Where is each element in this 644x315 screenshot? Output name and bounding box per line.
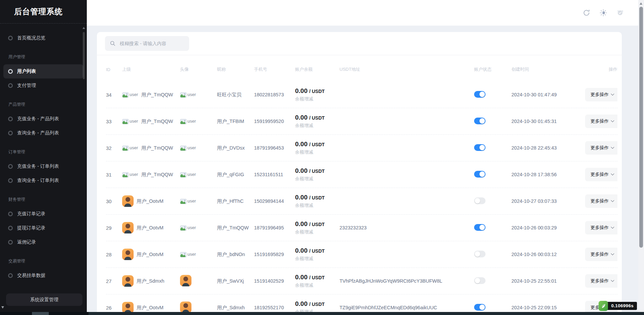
table-row: 30 user 用户_OotvM user 用户_HfThC 150298941… [106, 188, 617, 215]
broken-image-icon: user [180, 172, 196, 178]
cell-actions: 更多操作 [585, 88, 617, 101]
status-toggle[interactable] [474, 277, 486, 284]
status-toggle[interactable] [474, 91, 486, 98]
more-actions-button[interactable]: 更多操作 [585, 274, 617, 288]
scroll-up-arrow[interactable] [640, 2, 642, 5]
cell-avatar: user [180, 118, 217, 124]
balance-adjust-link[interactable]: 余额增减 [295, 256, 313, 262]
cell-status [474, 251, 511, 258]
parent-avatar [122, 195, 134, 207]
cell-nickname: 用户_HfThC [217, 198, 254, 204]
app-title: 后台管理系统 [0, 0, 87, 24]
cell-actions: 更多操作 [585, 221, 617, 234]
cell-parent: user 用户_TmQQW [122, 171, 180, 178]
status-toggle[interactable] [474, 304, 486, 311]
cell-nickname: 旺旺小宝贝 [217, 92, 254, 98]
sidebar-item-trade-orders[interactable]: 交易挂单数据 [3, 269, 83, 283]
cell-status [474, 171, 511, 179]
cell-id: 31 [106, 172, 122, 178]
circle-icon [8, 178, 13, 183]
section-label: 产品管理 [8, 101, 87, 107]
scroll-down-arrow[interactable] [1, 306, 4, 309]
sidebar-item-payment[interactable]: 支付管理 [3, 78, 83, 93]
status-toggle[interactable] [474, 224, 486, 231]
chevron-down-icon [611, 145, 614, 149]
cell-balance: 0.00/ USDT 余额增减 [295, 274, 339, 288]
more-actions-button[interactable]: 更多操作 [585, 115, 617, 128]
cell-id: 34 [106, 92, 122, 98]
sidebar-scrollbar-thumb[interactable] [83, 32, 85, 79]
broken-image-icon: user [122, 92, 138, 98]
cell-nickname: 用户_qFGIG [217, 171, 254, 178]
cell-avatar: user [180, 275, 217, 287]
broken-image-icon: user [180, 145, 196, 151]
cell-nickname: 用户_bdNOn [217, 251, 254, 258]
more-actions-button[interactable]: 更多操作 [585, 88, 617, 101]
cell-status [474, 304, 511, 312]
more-actions-button[interactable]: 更多操作 [585, 168, 617, 181]
balance-adjust-link[interactable]: 余额增减 [295, 282, 313, 288]
cell-avatar: user [180, 251, 217, 257]
sidebar-scroll-up-arrow[interactable] [82, 27, 85, 29]
more-actions-button[interactable]: 更多操作 [585, 141, 617, 155]
cell-nickname: 用户_TmQQW [217, 225, 254, 231]
more-actions-button[interactable]: 更多操作 [585, 221, 617, 234]
sidebar-item-rebate-records[interactable]: 返佣记录 [3, 235, 83, 249]
sidebar-item-withdraw-records[interactable]: 提现订单记录 [3, 221, 83, 235]
system-settings-button[interactable]: 系统设置管理 [6, 293, 82, 306]
cell-actions: 更多操作 [585, 194, 617, 208]
cell-actions: 更多操作 [585, 115, 617, 128]
broken-image-icon: user [180, 92, 196, 98]
section-label: 用户管理 [8, 54, 87, 60]
broken-image-icon: user [122, 145, 138, 151]
more-actions-button[interactable]: 更多操作 [585, 248, 617, 261]
cell-usdt-address: 2323232323 [339, 225, 474, 230]
balance-adjust-link[interactable]: 余额增减 [295, 229, 313, 235]
cell-balance: 0.00/ USDT 余额增减 [295, 141, 339, 155]
sidebar-item-user-list[interactable]: 用户列表 [3, 64, 83, 78]
status-toggle[interactable] [474, 251, 486, 257]
broken-image-icon: user [122, 119, 138, 124]
search-input[interactable] [105, 36, 189, 51]
status-toggle[interactable] [474, 197, 486, 204]
cell-id: 26 [106, 305, 122, 311]
table-header: ID 上级 头像 昵称 手机号 账户余额 USDT地址 账户状态 创建时间 操作 [106, 55, 617, 82]
balance-adjust-link[interactable]: 余额增减 [295, 176, 313, 182]
cell-nickname: 用户_TFBIM [217, 118, 254, 125]
broken-image-icon: user [122, 172, 138, 178]
cell-phone: 18791996495 [254, 225, 295, 230]
more-actions-button[interactable]: 更多操作 [585, 194, 617, 208]
balance-adjust-link[interactable]: 余额增减 [295, 149, 313, 155]
cell-phone: 18791996453 [254, 145, 295, 151]
sidebar-item-recharge-products[interactable]: 充值业务 - 产品列表 [3, 112, 83, 126]
sidebar-item-dashboard[interactable]: 首页概况总览 [3, 31, 83, 45]
cell-status [474, 91, 511, 99]
chevron-down-icon [611, 278, 614, 282]
status-toggle[interactable] [474, 171, 486, 178]
cell-created: 2024-10-25 22:55:01 [511, 278, 585, 284]
cell-id: 33 [106, 119, 122, 124]
scrollbar-thumb[interactable] [639, 7, 643, 248]
balance-adjust-link[interactable]: 余额增减 [295, 96, 313, 102]
cell-balance: 0.00/ USDT 余额增减 [295, 221, 339, 235]
window-scrollbar[interactable] [638, 0, 644, 312]
cell-id: 28 [106, 252, 122, 257]
sidebar-item-query-products[interactable]: 查询业务 - 产品列表 [3, 126, 83, 140]
table-row: 31 user 用户_TmQQW user 用户_qFGIG 152311615… [106, 161, 617, 188]
sidebar-item-query-orders[interactable]: 查询业务 - 订单列表 [3, 174, 83, 188]
circle-icon [8, 131, 13, 135]
sidebar-item-recharge-orders[interactable]: 充值业务 - 订单列表 [3, 159, 83, 174]
theme-toggle-icon[interactable] [599, 9, 607, 17]
load-time-badge: 0.106996s [599, 301, 637, 311]
broken-image-icon: user [180, 252, 196, 257]
verified-icon[interactable] [616, 9, 624, 17]
sidebar-item-recharge-records[interactable]: 充值订单记录 [3, 207, 83, 221]
cell-parent: user 用户_OotvM [122, 302, 180, 313]
status-toggle[interactable] [474, 144, 486, 151]
refresh-icon[interactable] [582, 9, 591, 17]
status-toggle[interactable] [474, 118, 486, 124]
cell-created: 2024-10-30 01:45:31 [511, 119, 585, 124]
balance-adjust-link[interactable]: 余额增减 [295, 202, 313, 209]
balance-adjust-link[interactable]: 余额增减 [295, 123, 313, 129]
cell-parent: user 用户_TmQQW [122, 118, 180, 125]
